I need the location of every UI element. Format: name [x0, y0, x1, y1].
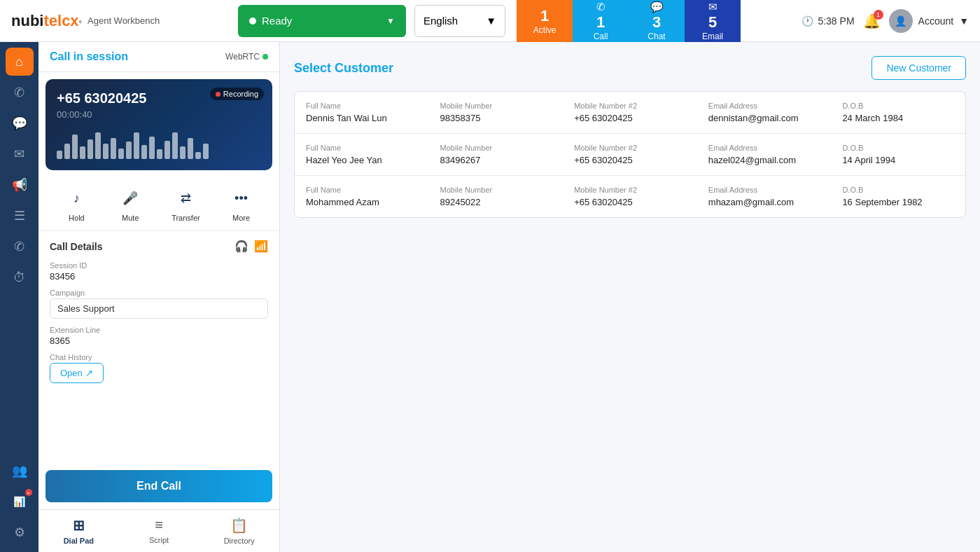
- dob-label: D.O.B: [842, 102, 954, 110]
- mobile2-value: +65 63020425: [574, 197, 686, 207]
- dob-value: 24 March 1984: [842, 113, 954, 123]
- more-button[interactable]: ••• More: [229, 186, 254, 222]
- dob-value: 16 September 1982: [842, 197, 954, 207]
- status-dropdown[interactable]: Ready ▼: [238, 5, 406, 37]
- script-tab[interactable]: ≡ Script: [119, 510, 200, 552]
- directory-label: Directory: [224, 537, 255, 545]
- table-row[interactable]: Full Name Mohammed Azam Mobile Number 89…: [295, 176, 965, 217]
- sidebar-item-history[interactable]: ⏱: [6, 263, 34, 291]
- mute-button[interactable]: 🎤 Mute: [118, 186, 143, 222]
- email-label: Email Address: [708, 186, 820, 194]
- tab-active[interactable]: 1 Active: [517, 0, 573, 42]
- mobile-value: 83496267: [440, 155, 552, 165]
- customer-mobile-cell: Mobile Number 89245022: [429, 176, 564, 217]
- email-value: dennistan@gmail.com: [708, 113, 820, 123]
- hold-button[interactable]: ♪ Hold: [64, 186, 89, 222]
- bottom-tabs: ⊞ Dial Pad ≡ Script 📋 Directory: [38, 509, 279, 552]
- sidebar-item-settings[interactable]: ⚙: [6, 518, 34, 546]
- fullname-label: Full Name: [306, 102, 418, 110]
- dob-label: D.O.B: [842, 186, 954, 194]
- header-tabs: 1 Active ✆ 1 Call 💬 3 Chat ✉ 5 Email: [517, 0, 741, 42]
- fullname-value: Dennis Tan Wai Lun: [306, 113, 418, 123]
- fullname-value: Hazel Yeo Jee Yan: [306, 155, 418, 165]
- avatar: 👤: [889, 9, 913, 33]
- more-label: More: [232, 214, 250, 222]
- extension-field: Extension Line 8365: [50, 326, 268, 346]
- mobile2-label: Mobile Number #2: [574, 102, 686, 110]
- mobile-label: Mobile Number: [440, 144, 552, 152]
- script-label: Script: [149, 536, 169, 544]
- extension-value: 8365: [50, 336, 268, 346]
- wave-bar: [180, 146, 186, 159]
- more-icon: •••: [229, 186, 254, 211]
- sidebar-item-broadcast[interactable]: 📢: [6, 171, 34, 199]
- customer-fullname-cell: Full Name Hazel Yeo Jee Yan: [295, 134, 429, 175]
- wave-bar: [134, 132, 139, 159]
- language-chevron-icon: ▼: [486, 15, 496, 27]
- logo-area: nubitelcx° Agent Workbench: [0, 12, 238, 30]
- sidebar-item-dial[interactable]: ✆: [6, 233, 34, 261]
- customer-fullname-cell: Full Name Mohammed Azam: [295, 176, 429, 217]
- sidebar-item-email[interactable]: ✉: [6, 140, 34, 168]
- language-label: English: [424, 15, 458, 27]
- mobile2-value: +65 63020425: [574, 113, 686, 123]
- sidebar-item-group[interactable]: 👥: [6, 457, 34, 485]
- call-controls: ♪ Hold 🎤 Mute ⇄ Transfer ••• More: [38, 177, 279, 231]
- chat-label: Chat: [648, 32, 665, 41]
- mobile2-label: Mobile Number #2: [574, 144, 686, 152]
- wave-bar: [72, 134, 78, 159]
- status-chevron-icon: ▼: [386, 16, 395, 26]
- tab-email[interactable]: ✉ 5 Email: [685, 0, 741, 42]
- customer-mobile2-cell: Mobile Number #2 +65 63020425: [563, 176, 697, 217]
- end-call-button[interactable]: End Call: [46, 470, 272, 502]
- external-link-icon: ↗: [85, 368, 93, 378]
- customer-table: Full Name Dennis Tan Wai Lun Mobile Numb…: [294, 91, 966, 218]
- email-label: Email: [702, 32, 723, 41]
- notification-badge: 1: [874, 10, 883, 20]
- waveform: [57, 131, 261, 159]
- dob-label: D.O.B: [842, 144, 954, 152]
- mobile-value: 89245022: [440, 197, 552, 207]
- transfer-button[interactable]: ⇄ Transfer: [172, 186, 200, 222]
- new-customer-button[interactable]: New Customer: [872, 56, 966, 80]
- dialpad-tab[interactable]: ⊞ Dial Pad: [38, 510, 119, 552]
- sidebar-item-phone[interactable]: ✆: [6, 78, 34, 106]
- directory-tab[interactable]: 📋 Directory: [199, 510, 279, 552]
- sidebar-item-chat[interactable]: 💬: [6, 109, 34, 137]
- hold-label: Hold: [69, 214, 85, 222]
- sidebar-item-chart[interactable]: 📊 •: [6, 488, 34, 516]
- main-area: Select Customer New Customer Full Name D…: [280, 42, 980, 552]
- webrtc-badge: WebRTC: [225, 52, 268, 62]
- dialpad-icon: ⊞: [73, 517, 85, 534]
- wave-bar: [111, 138, 116, 159]
- email-value: hazel024@gmail.com: [708, 155, 820, 165]
- wave-bar: [80, 146, 85, 159]
- webrtc-label: WebRTC: [225, 52, 260, 62]
- notification-bell[interactable]: 🔔 1: [863, 13, 881, 29]
- customer-mobile-cell: Mobile Number 83496267: [429, 134, 564, 175]
- language-dropdown[interactable]: English ▼: [414, 5, 505, 37]
- wave-bar: [203, 144, 209, 159]
- recording-dot: [216, 92, 220, 97]
- open-chat-history-button[interactable]: Open ↗: [50, 363, 104, 383]
- detail-icons: 🎧 📶: [234, 240, 268, 253]
- customer-dob-cell: D.O.B 16 September 1982: [831, 176, 965, 217]
- table-row[interactable]: Full Name Dennis Tan Wai Lun Mobile Numb…: [295, 92, 965, 134]
- wave-bar: [188, 138, 193, 159]
- header: nubitelcx° Agent Workbench Ready ▼ Engli…: [0, 0, 980, 42]
- call-details-header: Call Details 🎧 📶: [50, 240, 268, 253]
- tab-chat[interactable]: 💬 3 Chat: [629, 0, 685, 42]
- sidebar-item-home[interactable]: ⌂: [6, 48, 34, 76]
- customer-email-cell: Email Address hazel024@gmail.com: [697, 134, 832, 175]
- mute-label: Mute: [122, 214, 139, 222]
- dob-value: 14 April 1994: [842, 155, 954, 165]
- table-row[interactable]: Full Name Hazel Yeo Jee Yan Mobile Numbe…: [295, 134, 965, 176]
- mobile2-label: Mobile Number #2: [574, 186, 686, 194]
- wave-bar: [195, 152, 201, 159]
- wifi-icon: 📶: [254, 240, 268, 253]
- account-button[interactable]: 👤 Account ▼: [889, 9, 969, 33]
- recording-label: Recording: [223, 90, 258, 98]
- tab-call[interactable]: ✆ 1 Call: [573, 0, 629, 42]
- mobile2-value: +65 63020425: [574, 155, 686, 165]
- sidebar-item-contacts[interactable]: ☰: [6, 202, 34, 230]
